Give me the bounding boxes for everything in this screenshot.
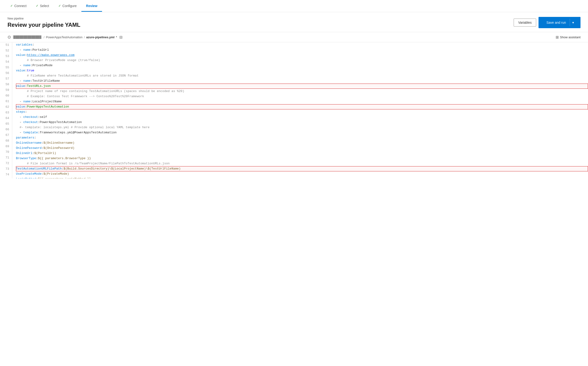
code-line: # Project name of repo containing TestAu…: [16, 89, 588, 94]
check-icon-connect: ✓: [10, 4, 13, 8]
save-run-group: Save and run ▾: [538, 17, 581, 28]
repo-name: ██████████████: [12, 35, 42, 39]
header-left: New pipeline Review your pipeline YAML: [7, 17, 81, 28]
breadcrumb: New pipeline: [7, 17, 81, 20]
show-assistant-label: Show assistant: [560, 35, 581, 39]
code-line: value: PowerAppsTestAutomation: [16, 104, 588, 109]
code-line: - template: frameworksteps.yml@PowerApps…: [16, 130, 588, 135]
line-number: 51: [0, 42, 12, 48]
line-number: 54: [0, 59, 12, 65]
code-area[interactable]: variables: - name: PortalUrl value: http…: [12, 42, 588, 178]
file-path-bar: ⊙ ██████████████ / PowerAppsTestAutomati…: [0, 32, 588, 42]
nav-label-connect: Connect: [14, 4, 27, 8]
show-assistant-button[interactable]: ⊞ Show assistant: [556, 35, 581, 39]
code-line: value: TestURLs.json: [16, 84, 588, 89]
assistant-icon: ⊞: [556, 35, 559, 39]
nav-step-configure[interactable]: ✓ Configure: [54, 1, 81, 12]
line-number: 66: [0, 127, 12, 132]
github-icon: ⊙: [7, 35, 11, 40]
line-number: 52: [0, 48, 12, 53]
file-path-left: ⊙ ██████████████ / PowerAppsTestAutomati…: [7, 35, 122, 40]
code-line: value: https://make.powerapps.com: [16, 53, 588, 58]
line-number: 74: [0, 172, 12, 177]
save-and-run-button[interactable]: Save and run ▾: [538, 17, 581, 28]
code-line: # FileName where TestAutomationURLs are …: [16, 73, 588, 78]
line-number: 71: [0, 155, 12, 160]
code-line: UsePrivateMode: $(PrivateMode): [16, 171, 588, 176]
code-line: value: true: [16, 68, 588, 73]
code-line: OnlinePassword: $(OnlinePassword): [16, 145, 588, 151]
code-line: - checkout: self: [16, 114, 588, 120]
nav-step-select[interactable]: ✓ Select: [31, 1, 54, 12]
code-line: #- template: localsteps.yml # Provide op…: [16, 125, 588, 130]
nav-label-configure: Configure: [62, 4, 77, 8]
line-number: 59: [0, 87, 12, 93]
line-number: 69: [0, 144, 12, 149]
line-number: 63: [0, 110, 12, 115]
editor-container: 5152535455565758596061626364656667686970…: [0, 42, 588, 178]
line-number: 75: [0, 177, 12, 178]
save-run-label: Save and run: [543, 19, 570, 26]
code-line: OnlineUrl: $(PortalUrl): [16, 151, 588, 156]
line-number: 55: [0, 65, 12, 70]
code-line: variables:: [16, 42, 588, 47]
line-number: 72: [0, 160, 12, 166]
code-editor: 5152535455565758596061626364656667686970…: [0, 42, 588, 178]
line-numbers: 5152535455565758596061626364656667686970…: [0, 42, 12, 178]
code-line: steps:: [16, 109, 588, 114]
line-number: 65: [0, 121, 12, 127]
modified-indicator: *: [116, 35, 117, 39]
page-title: Review your pipeline YAML: [7, 22, 81, 28]
line-number: 68: [0, 138, 12, 144]
page-header: New pipeline Review your pipeline YAML V…: [0, 12, 588, 32]
nav-step-review[interactable]: Review: [81, 1, 102, 12]
line-number: 73: [0, 166, 12, 172]
line-number: 60: [0, 93, 12, 99]
copy-icon[interactable]: ⊟: [119, 35, 122, 39]
code-line: - checkout: PowerAppsTestAutomation: [16, 120, 588, 125]
code-line: # Browser PrivateMode usage (true/false): [16, 58, 588, 63]
code-line: OnlineUsername: $(OnlineUsername): [16, 140, 588, 145]
line-number: 56: [0, 70, 12, 76]
line-number: 53: [0, 53, 12, 59]
line-number: 70: [0, 149, 12, 155]
code-line: - name: PrivateMode: [16, 63, 588, 68]
line-number: 67: [0, 132, 12, 138]
code-line: BrowserType: ${{ parameters.BrowserType …: [16, 156, 588, 161]
code-line: - name: LocalProjectName: [16, 99, 588, 104]
code-line: LoginMethod: ${{ parameters.LoginMethod …: [16, 176, 588, 178]
line-number: 57: [0, 76, 12, 82]
code-line: - name: TestUrlFileName: [16, 78, 588, 84]
code-line: TestAutomationURLFilePath: $(Build.Sourc…: [16, 166, 588, 171]
code-line: parameters:: [16, 135, 588, 140]
nav-label-review: Review: [86, 4, 97, 8]
project-name: PowerAppsTestAutomation: [46, 35, 82, 39]
nav-label-select: Select: [40, 4, 49, 8]
wizard-nav: ✓ Connect ✓ Select ✓ Configure Review: [0, 0, 588, 12]
line-number: 58: [0, 82, 12, 87]
line-number: 62: [0, 104, 12, 110]
save-run-chevron-icon[interactable]: ▾: [570, 19, 576, 26]
variables-button[interactable]: Variables: [514, 19, 536, 27]
code-line: # Example: Contoso Test Framework --> Co…: [16, 94, 588, 99]
nav-step-connect[interactable]: ✓ Connect: [6, 1, 31, 12]
line-number: 64: [0, 115, 12, 121]
code-line: - name: PortalUrl: [16, 47, 588, 53]
header-actions: Variables Save and run ▾: [514, 17, 581, 28]
path-sep-1: /: [44, 35, 44, 39]
path-sep-2: /: [84, 35, 85, 39]
line-number: 61: [0, 99, 12, 104]
filename: azure-pipelines.yml: [86, 35, 114, 39]
code-line: # File location format is /s/TeamProject…: [16, 161, 588, 166]
check-icon-configure: ✓: [59, 4, 61, 8]
check-icon-select: ✓: [36, 4, 38, 8]
